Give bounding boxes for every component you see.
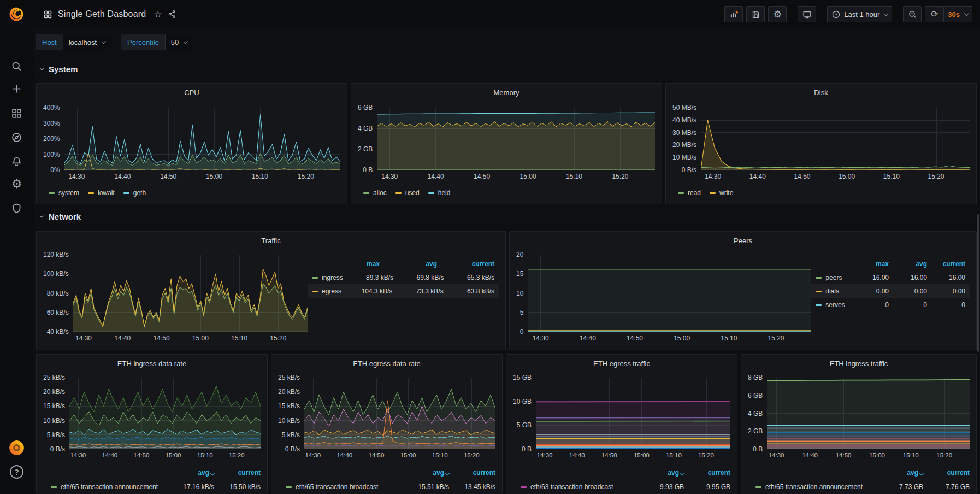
explore-compass-icon[interactable] — [0, 128, 33, 146]
legend-sort-current[interactable]: current — [927, 260, 965, 268]
legend-item[interactable]: used — [395, 189, 420, 197]
legend: allocusedheld — [363, 189, 655, 197]
variable-label-percentile[interactable]: Percentile — [121, 34, 165, 50]
server-admin-shield-icon[interactable] — [0, 199, 33, 217]
variable-value-host[interactable]: localhost — [63, 34, 111, 50]
legend-sort-current[interactable]: current — [684, 469, 730, 477]
x-tick-label: 14:30 — [70, 452, 86, 458]
help-icon[interactable]: ? — [10, 465, 23, 479]
panel-title[interactable]: ETH egress traffic — [513, 358, 730, 370]
legend-row[interactable]: eth/63 transaction broadcast9.93 GB9.95 … — [513, 480, 730, 493]
legend-sort-current[interactable]: current — [437, 260, 494, 268]
x-tick-label: 14:30 — [769, 452, 784, 458]
disk-chart[interactable] — [701, 108, 970, 170]
submenu: Host localhost Percentile 50 — [36, 34, 193, 50]
legend-value: 0 — [927, 301, 965, 309]
eth-egress-data-rate-chart[interactable] — [304, 378, 495, 449]
legend-row[interactable]: eth/65 transaction announcement7.73 GB7.… — [748, 480, 970, 493]
star-icon[interactable]: ☆ — [154, 9, 162, 20]
chevron-down-icon — [884, 11, 888, 15]
legend-item[interactable]: alloc — [363, 189, 387, 197]
legend-row[interactable]: eth/65 transaction broadcast15.51 kB/s13… — [278, 480, 495, 493]
y-tick-label: 6 GB — [748, 392, 763, 399]
peers-chart[interactable] — [528, 255, 811, 332]
panel-title[interactable]: Traffic — [43, 235, 499, 247]
panel-eth-ingress-traffic: ETH ingress traffic 8 GB6 GB4 GB2 GB0 B … — [741, 354, 977, 494]
legend-value: 0 — [889, 301, 927, 309]
eth-ingress-data-rate-chart[interactable] — [69, 378, 261, 449]
add-panel-button[interactable] — [724, 6, 743, 22]
tv-cycle-button[interactable] — [798, 6, 816, 22]
legend-row[interactable]: serves000 — [811, 298, 970, 311]
legend-item[interactable]: iowait — [88, 189, 115, 197]
panel-title[interactable]: CPU — [43, 87, 340, 99]
refresh-interval-picker[interactable]: 30s — [943, 6, 972, 22]
row-header-network[interactable]: Network — [38, 212, 81, 221]
legend-item[interactable]: read — [678, 189, 701, 197]
cpu-chart[interactable] — [64, 108, 340, 170]
legend-item[interactable]: write — [710, 189, 733, 197]
y-tick-label: 10 kB/s — [278, 417, 300, 424]
configuration-gear-icon[interactable]: ⚙ — [0, 175, 33, 193]
x-tick-label: 15:20 — [928, 173, 944, 180]
legend-row[interactable]: eth/65 transaction announcement17.16 kB/… — [43, 480, 261, 493]
create-plus-icon[interactable] — [0, 79, 33, 98]
legend-sort-current[interactable]: current — [923, 469, 970, 477]
panel-title[interactable]: ETH ingress traffic — [748, 358, 970, 370]
legend-sort-current[interactable]: current — [449, 469, 495, 477]
eth-ingress-traffic-chart[interactable] — [767, 378, 970, 449]
grafana-logo-icon[interactable] — [8, 5, 25, 23]
chart-svg — [73, 255, 308, 332]
variable-value-percentile[interactable]: 50 — [165, 34, 193, 50]
legend-avg-value: 15.51 kB/s — [397, 483, 449, 491]
series-color-dash — [123, 192, 129, 194]
panel-title[interactable]: Memory — [358, 87, 655, 99]
legend-sort-max[interactable]: max — [851, 260, 889, 268]
legend-sort-avg[interactable]: avg — [632, 469, 684, 477]
x-tick-label: 14:40 — [114, 173, 131, 180]
legend-sort-avg[interactable]: avg — [889, 260, 927, 268]
legend-table-header: maxavgcurrent — [811, 257, 970, 270]
legend: avgcurrenteth/65 transaction announcemen… — [748, 467, 970, 493]
legend-item[interactable]: system — [49, 189, 79, 197]
legend-sort-max[interactable]: max — [322, 260, 380, 268]
x-tick-label: 14:30 — [68, 173, 85, 180]
scrollbar-thumb[interactable] — [977, 214, 979, 352]
panel-title[interactable]: Peers — [516, 235, 970, 247]
search-icon[interactable] — [0, 57, 33, 75]
y-tick-label: 120 kB/s — [43, 251, 69, 258]
refresh-button[interactable]: ⟳ — [925, 6, 943, 22]
legend-item[interactable]: held — [428, 189, 451, 197]
legend-sort-avg[interactable]: avg — [380, 260, 437, 268]
legend-item[interactable]: geth — [123, 189, 146, 197]
legend-row[interactable]: dials0.000.000.00 — [811, 284, 970, 298]
user-avatar[interactable] — [9, 440, 24, 455]
panel-title[interactable]: ETH egress data rate — [278, 358, 495, 370]
memory-chart[interactable] — [377, 108, 655, 170]
dashboard-grid-icon[interactable] — [43, 10, 52, 19]
x-tick-label: 14:30 — [75, 334, 92, 342]
legend-row[interactable]: ingress89.3 kB/s69.8 kB/s65.3 kB/s — [308, 270, 499, 284]
y-axis: 50 MB/s40 MB/s30 MB/s20 MB/s10 MB/s0 B/s — [672, 104, 701, 173]
dashboard-settings-button[interactable]: ⚙ — [768, 6, 787, 22]
zoom-out-time-button[interactable] — [903, 6, 922, 22]
row-header-system[interactable]: System — [38, 64, 78, 74]
panel-title[interactable]: Disk — [672, 87, 970, 99]
variable-label-host[interactable]: Host — [36, 34, 63, 50]
legend-row[interactable]: egress104.3 kB/s73.3 kB/s63.8 kB/s — [308, 284, 499, 298]
legend-sort-avg[interactable]: avg — [397, 469, 449, 477]
save-dashboard-button[interactable] — [746, 6, 765, 22]
legend-sort-avg[interactable]: avg — [162, 469, 214, 477]
legend-sort-avg[interactable]: avg — [871, 469, 923, 477]
traffic-chart[interactable] — [73, 255, 308, 332]
eth-egress-traffic-chart[interactable] — [536, 378, 730, 449]
legend-sort-current[interactable]: current — [214, 469, 261, 477]
share-icon[interactable] — [168, 10, 176, 19]
dashboard-title[interactable]: Single Geth Dasboard — [58, 9, 146, 19]
panel-title[interactable]: ETH ingress data rate — [43, 358, 261, 370]
legend-row[interactable]: peers16.0016.0016.00 — [811, 270, 970, 284]
time-range-picker[interactable]: Last 1 hour — [827, 6, 892, 22]
dashboards-grid-icon[interactable] — [0, 104, 33, 122]
alerting-bell-icon[interactable] — [0, 152, 33, 170]
y-tick-label: 8 GB — [748, 374, 763, 381]
